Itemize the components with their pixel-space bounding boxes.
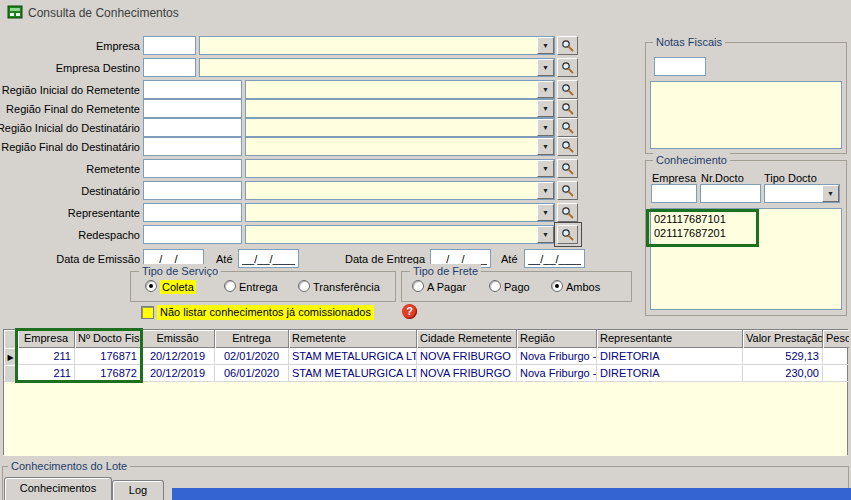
empresa-destino-lookup-button[interactable] <box>557 58 578 77</box>
data-entrega-ate-input[interactable] <box>524 249 585 268</box>
remetente-lookup-button[interactable] <box>557 159 578 178</box>
radio-entrega-label[interactable]: Entrega <box>239 280 278 294</box>
radio-entrega[interactable] <box>224 280 236 292</box>
table-row[interactable]: ▶ 211 176871 20/12/2019 02/01/2020 STAM … <box>4 348 847 365</box>
cell-representante[interactable]: DIRETORIA <box>597 365 743 382</box>
regiao-inicial-remetente-combo[interactable]: ▼ <box>245 80 555 99</box>
table-row[interactable]: ▶ 211 176872 20/12/2019 06/01/2020 STAM … <box>4 365 847 382</box>
remetente-combo[interactable]: ▼ <box>245 159 555 178</box>
empresa-lookup-button[interactable] <box>557 36 578 55</box>
chevron-down-icon[interactable]: ▼ <box>537 182 554 199</box>
empresa-combo[interactable]: ▼ <box>199 36 555 55</box>
chevron-down-icon[interactable]: ▼ <box>537 119 554 136</box>
destinatario-lookup-button[interactable] <box>557 181 578 200</box>
radio-a-pagar-label[interactable]: A Pagar <box>427 280 466 294</box>
radio-transferencia-label[interactable]: Transferência <box>313 280 380 294</box>
cell-peso[interactable] <box>823 348 849 365</box>
chevron-down-icon[interactable]: ▼ <box>537 138 554 155</box>
conhecimento-tipo-docto-combo[interactable]: ▼ <box>764 184 840 203</box>
destinatario-input[interactable] <box>143 181 242 200</box>
radio-ambos-label[interactable]: Ambos <box>566 280 600 294</box>
regiao-inicial-remetente-lookup-button[interactable] <box>557 80 578 99</box>
remetente-input[interactable] <box>143 159 242 178</box>
redespacho-input[interactable] <box>143 225 242 244</box>
nota-fiscal-numero-input[interactable] <box>654 57 706 76</box>
help-icon[interactable]: ? <box>402 304 417 319</box>
chevron-down-icon[interactable]: ▼ <box>537 37 554 54</box>
radio-ambos[interactable] <box>551 280 563 292</box>
chevron-down-icon[interactable]: ▼ <box>537 100 554 117</box>
cell-empresa[interactable]: 211 <box>18 365 75 382</box>
cell-valor-prestacao[interactable]: 230,00 <box>743 365 823 382</box>
conhecimento-list-item[interactable]: 021117687101 <box>654 213 726 226</box>
destinatario-combo[interactable]: ▼ <box>245 181 555 200</box>
empresa-destino-combo[interactable]: ▼ <box>199 58 555 77</box>
column-header-docto-fiscal[interactable]: Nº Docto Fiscal <box>75 330 141 348</box>
regiao-inicial-remetente-input[interactable] <box>143 80 242 99</box>
radio-coleta[interactable] <box>145 280 157 292</box>
radio-transferencia[interactable] <box>298 280 310 292</box>
row-selector-cell[interactable]: ▶ <box>4 348 18 365</box>
empresa-code-input[interactable] <box>143 36 196 55</box>
regiao-inicial-destinatario-input[interactable] <box>143 118 242 137</box>
redespacho-lookup-button[interactable] <box>557 225 578 244</box>
cell-emissao[interactable]: 20/12/2019 <box>141 365 215 382</box>
notas-fiscais-list[interactable] <box>650 81 842 149</box>
column-header-remetente[interactable]: Remetente <box>289 330 417 348</box>
chevron-down-icon[interactable]: ▼ <box>537 59 554 76</box>
cell-remetente[interactable]: STAM METALURGICA LT <box>289 348 417 365</box>
conhecimento-empresa-input[interactable] <box>651 184 697 203</box>
regiao-inicial-destinatario-combo[interactable]: ▼ <box>245 118 555 137</box>
representante-combo[interactable]: ▼ <box>245 203 555 222</box>
redespacho-combo[interactable]: ▼ <box>245 225 555 244</box>
column-header-entrega[interactable]: Entrega <box>215 330 289 348</box>
regiao-final-destinatario-combo[interactable]: ▼ <box>245 137 555 156</box>
cell-docto-fiscal[interactable]: 176871 <box>75 348 141 365</box>
column-header-representante[interactable]: Representante <box>597 330 743 348</box>
cell-empresa[interactable]: 211 <box>18 348 75 365</box>
regiao-inicial-destinatario-lookup-button[interactable] <box>557 118 578 137</box>
chevron-down-icon[interactable]: ▼ <box>537 204 554 221</box>
empresa-destino-code-input[interactable] <box>143 58 196 77</box>
row-selector-cell[interactable]: ▶ <box>4 365 18 382</box>
regiao-final-remetente-lookup-button[interactable] <box>557 99 578 118</box>
cell-emissao[interactable]: 20/12/2019 <box>141 348 215 365</box>
cell-representante[interactable]: DIRETORIA <box>597 348 743 365</box>
regiao-final-destinatario-lookup-button[interactable] <box>557 137 578 156</box>
radio-pago-label[interactable]: Pago <box>504 280 530 294</box>
tab-conhecimentos[interactable]: Conhecimentos <box>4 477 112 500</box>
column-header-peso[interactable]: Peso <box>823 330 849 348</box>
data-emissao-ate-input[interactable] <box>238 249 299 268</box>
cell-peso[interactable] <box>823 365 849 382</box>
radio-coleta-label[interactable]: Coleta <box>160 280 196 294</box>
chevron-down-icon[interactable]: ▼ <box>537 226 554 243</box>
cell-entrega[interactable]: 02/01/2020 <box>215 348 289 365</box>
regiao-final-destinatario-input[interactable] <box>143 137 242 156</box>
column-header-cidade-remetente[interactable]: Cidade Remetente <box>417 330 517 348</box>
representante-lookup-button[interactable] <box>557 203 578 222</box>
cell-entrega[interactable]: 06/01/2020 <box>215 365 289 382</box>
regiao-final-remetente-input[interactable] <box>143 99 242 118</box>
radio-a-pagar[interactable] <box>412 280 424 292</box>
nao-listar-comissionados-label[interactable]: Não listar conhecimentos já comissionado… <box>157 305 374 320</box>
cell-cidade-remetente[interactable]: NOVA FRIBURGO <box>417 365 517 382</box>
cell-regiao[interactable]: Nova Friburgo - RJ <box>517 348 597 365</box>
cell-remetente[interactable]: STAM METALURGICA LT <box>289 365 417 382</box>
column-header-valor-prestacao[interactable]: Valor Prestação <box>743 330 823 348</box>
cell-cidade-remetente[interactable]: NOVA FRIBURGO <box>417 348 517 365</box>
regiao-final-remetente-combo[interactable]: ▼ <box>245 99 555 118</box>
cell-regiao[interactable]: Nova Friburgo - RJ <box>517 365 597 382</box>
cell-docto-fiscal[interactable]: 176872 <box>75 365 141 382</box>
chevron-down-icon[interactable]: ▼ <box>537 160 554 177</box>
column-header-regiao[interactable]: Região <box>517 330 597 348</box>
conhecimento-nr-docto-input[interactable] <box>700 184 761 203</box>
radio-pago[interactable] <box>489 280 501 292</box>
conhecimento-list-item[interactable]: 021117687201 <box>654 227 726 240</box>
tab-log[interactable]: Log <box>112 480 164 500</box>
chevron-down-icon[interactable]: ▼ <box>537 81 554 98</box>
column-header-empresa[interactable]: Empresa <box>18 330 75 348</box>
chevron-down-icon[interactable]: ▼ <box>822 185 839 202</box>
cell-valor-prestacao[interactable]: 529,13 <box>743 348 823 365</box>
column-header-emissao[interactable]: Emissão <box>141 330 215 348</box>
representante-input[interactable] <box>143 203 242 222</box>
